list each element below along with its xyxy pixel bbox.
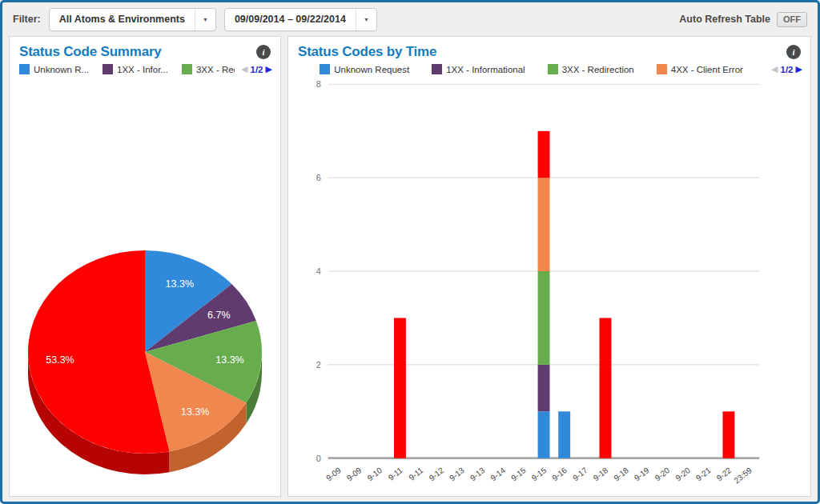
- legend-item[interactable]: 1XX - Infor...: [102, 64, 168, 74]
- info-icon[interactable]: i: [256, 45, 271, 59]
- date-range-value: 09/09/2014 – 09/22/2014: [225, 14, 356, 25]
- x-axis-tick: 9-13: [468, 466, 487, 483]
- bar-segment[interactable]: [394, 318, 406, 458]
- legend-item[interactable]: 4XX - Client Error: [657, 64, 743, 74]
- legend-pager: ◀ 1/2 ▶: [771, 64, 802, 74]
- y-axis-tick: 2: [316, 360, 321, 370]
- legend-page-indicator: 1/2: [781, 65, 794, 74]
- x-axis-tick: 9-21: [694, 466, 713, 483]
- legend-prev-icon[interactable]: ◀: [771, 64, 778, 74]
- legend-swatch-icon: [548, 64, 558, 74]
- date-range-dropdown[interactable]: 09/09/2014 – 09/22/2014 ▼: [224, 8, 377, 31]
- caret-down-icon: ▼: [195, 9, 215, 30]
- status-codes-by-time-panel: Status Codes by Time i Unknown Request1X…: [287, 36, 811, 497]
- bar-segment[interactable]: [538, 271, 550, 365]
- bar-segment[interactable]: [558, 411, 570, 458]
- x-axis-tick: 9-19: [633, 466, 651, 483]
- bar-segment[interactable]: [722, 411, 734, 458]
- legend-label: 1XX - Informational: [446, 65, 525, 74]
- legend-swatch-icon: [320, 64, 330, 74]
- pie-legend: Unknown R...1XX - Infor...3XX - Redir...…: [10, 62, 280, 74]
- x-axis-tick: 9-15: [530, 466, 549, 483]
- panel-title: Status Code Summary: [19, 44, 162, 60]
- legend-label: 3XX - Redirection: [562, 65, 634, 74]
- filter-dropdown-value: All Atoms & Environments: [50, 14, 195, 25]
- x-axis-tick: 9-15: [509, 466, 528, 483]
- x-axis-tick: 9-20: [674, 466, 693, 483]
- dashboard-content: Status Code Summary i Unknown R...1XX - …: [2, 36, 818, 502]
- bar-segment[interactable]: [538, 178, 550, 271]
- legend-swatch-icon: [432, 64, 442, 74]
- legend-label: 1XX - Infor...: [117, 65, 168, 74]
- bar-segment[interactable]: [538, 365, 550, 411]
- x-axis-tick: 9-14: [489, 466, 508, 483]
- filter-label: Filter:: [13, 14, 41, 25]
- x-axis-tick: 9-16: [551, 466, 569, 483]
- x-axis-tick: 9-11: [408, 466, 425, 482]
- x-axis-tick: 9-12: [428, 466, 446, 483]
- bar-chart[interactable]: 024689-099-099-109-119-119-129-139-139-1…: [288, 74, 810, 496]
- pie-slice-label: 53.3%: [46, 354, 74, 366]
- panel-title: Status Codes by Time: [298, 44, 436, 60]
- legend-item[interactable]: Unknown Request: [320, 64, 409, 74]
- filter-dropdown[interactable]: All Atoms & Environments ▼: [49, 8, 216, 31]
- legend-label: 4XX - Client Error: [671, 65, 743, 74]
- legend-prev-icon[interactable]: ◀: [241, 64, 247, 74]
- x-axis-tick: 9-13: [448, 466, 466, 483]
- x-axis-tick: 9-18: [592, 466, 610, 483]
- legend-next-icon[interactable]: ▶: [796, 64, 802, 74]
- x-axis-tick: 9-17: [571, 466, 589, 483]
- pie-slice-label: 13.3%: [166, 278, 194, 290]
- legend-label: Unknown R...: [34, 65, 89, 74]
- bar-segment[interactable]: [600, 318, 612, 458]
- bar-segment[interactable]: [538, 131, 550, 178]
- auto-refresh-label: Auto Refresh Table: [679, 14, 770, 25]
- caret-down-icon: ▼: [356, 9, 376, 30]
- legend-item[interactable]: 3XX - Redir...: [182, 64, 235, 74]
- y-axis-tick: 0: [316, 454, 321, 463]
- legend-swatch-icon: [19, 64, 30, 74]
- legend-page-indicator: 1/2: [251, 65, 263, 74]
- x-axis-tick: 9-20: [653, 466, 672, 483]
- y-axis-tick: 6: [316, 173, 321, 182]
- legend-item[interactable]: 3XX - Redirection: [548, 64, 634, 74]
- legend-item[interactable]: Unknown R...: [19, 64, 89, 74]
- status-code-summary-panel: Status Code Summary i Unknown R...1XX - …: [9, 36, 281, 497]
- legend-swatch-icon: [657, 64, 667, 74]
- x-axis-tick: 23:59: [733, 466, 754, 486]
- x-axis-tick: 9-09: [324, 466, 343, 483]
- y-axis-tick: 4: [316, 266, 321, 276]
- y-axis-tick: 8: [316, 79, 321, 89]
- x-axis-tick: 9-10: [366, 466, 384, 483]
- legend-item[interactable]: 1XX - Informational: [432, 64, 525, 74]
- legend-label: Unknown Request: [334, 65, 409, 74]
- x-axis-tick: 9-18: [612, 466, 630, 483]
- pie-slice-label: 13.3%: [181, 406, 209, 418]
- legend-next-icon[interactable]: ▶: [266, 64, 272, 74]
- dashboard-window: Filter: All Atoms & Environments ▼ 09/09…: [0, 0, 820, 504]
- legend-swatch-icon: [102, 64, 113, 74]
- bar-segment[interactable]: [538, 411, 550, 458]
- bar-legend: Unknown Request1XX - Informational3XX - …: [288, 62, 810, 74]
- pie-slice-label: 6.7%: [207, 310, 231, 321]
- x-axis-tick: 9-09: [345, 466, 364, 483]
- filter-bar: Filter: All Atoms & Environments ▼ 09/09…: [2, 2, 818, 36]
- auto-refresh-group: Auto Refresh Table OFF: [679, 12, 807, 27]
- pie-slice-label: 13.3%: [215, 354, 243, 366]
- legend-label: 3XX - Redir...: [196, 65, 235, 74]
- x-axis-tick: 9-22: [715, 466, 734, 483]
- auto-refresh-toggle[interactable]: OFF: [777, 12, 807, 27]
- legend-swatch-icon: [182, 64, 192, 74]
- info-icon[interactable]: i: [786, 45, 801, 59]
- legend-pager: ◀ 1/2 ▶: [241, 64, 272, 74]
- x-axis-tick: 9-11: [387, 466, 404, 482]
- pie-chart[interactable]: 13.3%6.7%13.3%13.3%53.3%: [10, 226, 279, 493]
